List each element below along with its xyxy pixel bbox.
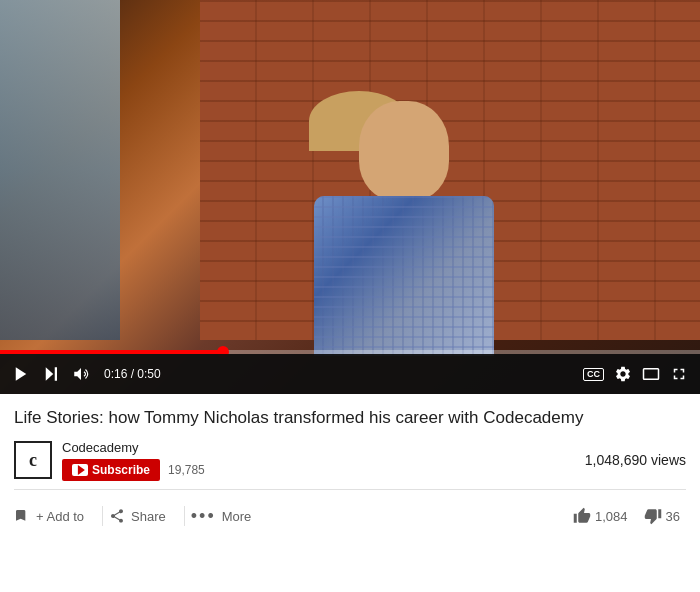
channel-icon-letter: c bbox=[29, 450, 37, 471]
like-button[interactable]: 1,084 bbox=[567, 503, 634, 529]
video-player[interactable]: 0:16 / 0:50 CC bbox=[0, 0, 700, 394]
separator-1 bbox=[102, 506, 103, 526]
svg-rect-2 bbox=[55, 367, 57, 381]
add-icon bbox=[14, 508, 30, 524]
svg-marker-3 bbox=[74, 368, 81, 380]
svg-marker-1 bbox=[46, 367, 54, 381]
play-button[interactable] bbox=[10, 363, 32, 385]
add-to-button[interactable]: + Add to bbox=[14, 500, 96, 532]
next-button[interactable] bbox=[40, 363, 62, 385]
video-thumbnail bbox=[0, 0, 700, 394]
video-info: Life Stories: how Tommy Nicholas transfo… bbox=[0, 394, 700, 481]
share-icon bbox=[109, 508, 125, 524]
more-button[interactable]: ••• More bbox=[191, 498, 264, 535]
subscribe-row: Subscribe 19,785 bbox=[62, 459, 205, 481]
theater-mode-button[interactable] bbox=[640, 363, 662, 385]
volume-button[interactable] bbox=[70, 363, 92, 385]
like-count: 1,084 bbox=[595, 509, 628, 524]
window-bg bbox=[0, 0, 120, 340]
channel-name-sub: Codecademy Subscribe 19,785 bbox=[62, 440, 205, 481]
svg-rect-4 bbox=[644, 369, 659, 380]
dislike-button[interactable]: 36 bbox=[638, 503, 686, 529]
subscribe-label: Subscribe bbox=[92, 463, 150, 477]
settings-button[interactable] bbox=[612, 363, 634, 385]
dislike-count: 36 bbox=[666, 509, 680, 524]
share-label: Share bbox=[131, 509, 166, 524]
views-count: 1,048,690 views bbox=[585, 452, 686, 468]
channel-row: c Codecademy Subscribe 19,785 1,048,690 … bbox=[14, 440, 686, 481]
controls-bar: 0:16 / 0:50 CC bbox=[0, 354, 700, 394]
thumbs-up-icon bbox=[573, 507, 591, 525]
video-title: Life Stories: how Tommy Nicholas transfo… bbox=[14, 406, 686, 430]
like-dislike-group: 1,084 36 bbox=[567, 503, 686, 529]
thumbs-down-icon bbox=[644, 507, 662, 525]
controls-right: CC bbox=[581, 363, 690, 385]
subscribe-button[interactable]: Subscribe bbox=[62, 459, 160, 481]
person-figure bbox=[314, 101, 494, 356]
svg-marker-0 bbox=[16, 367, 27, 381]
fullscreen-button[interactable] bbox=[668, 363, 690, 385]
divider bbox=[14, 489, 686, 490]
more-dots-icon: ••• bbox=[191, 506, 216, 527]
channel-name[interactable]: Codecademy bbox=[62, 440, 205, 455]
captions-button[interactable]: CC bbox=[581, 366, 606, 383]
share-button[interactable]: Share bbox=[109, 500, 178, 532]
more-label: More bbox=[222, 509, 252, 524]
time-display: 0:16 / 0:50 bbox=[104, 367, 161, 381]
separator-2 bbox=[184, 506, 185, 526]
add-to-label: + Add to bbox=[36, 509, 84, 524]
channel-left: c Codecademy Subscribe 19,785 bbox=[14, 440, 205, 481]
cc-icon: CC bbox=[583, 368, 604, 381]
youtube-icon bbox=[72, 464, 88, 476]
channel-icon[interactable]: c bbox=[14, 441, 52, 479]
subscriber-count: 19,785 bbox=[168, 463, 205, 477]
action-row: + Add to Share ••• More 1,084 36 bbox=[0, 498, 700, 535]
